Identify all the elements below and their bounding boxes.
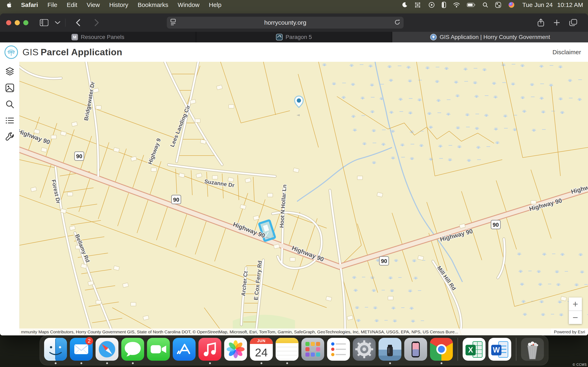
dock-item-iphone-mirroring[interactable] bbox=[404, 338, 427, 364]
finder-app-icon[interactable] bbox=[44, 338, 67, 361]
dock-item-music[interactable] bbox=[199, 338, 221, 364]
disclaimer-link[interactable]: Disclaimer bbox=[553, 49, 581, 56]
battery-icon[interactable] bbox=[463, 3, 479, 7]
dock-item-media-viewer[interactable] bbox=[379, 338, 401, 364]
dock-item-microsoft-word[interactable]: W bbox=[488, 338, 511, 364]
list-icon[interactable] bbox=[4, 114, 16, 127]
safari-app-icon[interactable] bbox=[95, 338, 118, 361]
menu-item-history[interactable]: History bbox=[104, 1, 133, 8]
dock-item-calendar[interactable]: JUN24 bbox=[250, 338, 273, 364]
menu-item-bookmarks[interactable]: Bookmarks bbox=[133, 1, 173, 8]
dock-item-facetime[interactable] bbox=[147, 338, 170, 364]
launchpad-app-icon[interactable] bbox=[301, 338, 324, 361]
sidebar-toggle-icon[interactable] bbox=[36, 19, 52, 26]
highway-shield: 90 bbox=[491, 220, 501, 229]
menu-item-help[interactable]: Help bbox=[204, 1, 226, 8]
address-bar[interactable]: horrycounty.org bbox=[167, 17, 404, 29]
dock-item-mail[interactable]: 2 bbox=[70, 338, 93, 364]
messages-app-icon[interactable] bbox=[121, 338, 144, 361]
close-button[interactable] bbox=[6, 20, 11, 25]
tab-gis-application-horry-county-g[interactable]: GIS Application | Horry County Governmen… bbox=[392, 32, 588, 42]
facetime-app-icon[interactable] bbox=[147, 338, 170, 361]
chevron-down-icon[interactable] bbox=[52, 21, 63, 24]
layers-icon[interactable] bbox=[4, 66, 16, 78]
google-chrome-app-icon[interactable] bbox=[430, 338, 453, 361]
microsoft-excel-app-icon[interactable]: X bbox=[463, 338, 485, 361]
running-indicator bbox=[260, 362, 262, 364]
display-mirroring-icon[interactable] bbox=[438, 2, 450, 8]
photos-app-icon[interactable] bbox=[224, 338, 247, 361]
media-viewer-app-icon[interactable] bbox=[379, 338, 401, 361]
forward-icon[interactable] bbox=[91, 19, 102, 26]
dock-item-safari[interactable] bbox=[95, 338, 118, 364]
menu-item-file[interactable]: File bbox=[43, 1, 62, 8]
share-icon[interactable] bbox=[533, 18, 549, 27]
apple-icon[interactable] bbox=[5, 2, 16, 8]
play-circle-icon[interactable] bbox=[425, 2, 438, 8]
control-center-icon[interactable] bbox=[492, 2, 505, 8]
iphone-mirroring-app-icon[interactable] bbox=[404, 338, 427, 361]
dock-item-google-chrome[interactable] bbox=[430, 338, 453, 364]
status-icons bbox=[398, 2, 518, 8]
microsoft-word-app-icon[interactable]: W bbox=[488, 338, 511, 361]
reload-icon[interactable] bbox=[394, 19, 400, 26]
dock-item-app-store[interactable] bbox=[173, 338, 196, 364]
tab-paragon-5[interactable]: Paragon 5 bbox=[196, 32, 392, 42]
reminders-app-icon[interactable] bbox=[327, 338, 350, 361]
tab-overview-icon[interactable] bbox=[565, 19, 582, 26]
url-text[interactable]: horrycounty.org bbox=[176, 19, 394, 26]
safari-toolbar: horrycounty.org bbox=[0, 13, 588, 32]
wallpaper-credit: © CCMS bbox=[573, 363, 587, 367]
dock-item-finder[interactable] bbox=[44, 338, 67, 364]
menu-bar: SafariFileEditViewHistoryBookmarksWindow… bbox=[0, 0, 588, 10]
menu-bar-status: Tue Jun 24 10:12 AM bbox=[398, 1, 583, 8]
window-controls bbox=[6, 20, 28, 25]
zoom-out-button[interactable]: − bbox=[569, 311, 582, 324]
system-settings-app-icon[interactable] bbox=[353, 338, 376, 361]
image-icon[interactable] bbox=[4, 82, 16, 94]
wrench-icon[interactable] bbox=[4, 131, 16, 143]
menu-item-window[interactable]: Window bbox=[173, 1, 204, 8]
map-zoom-control: + − bbox=[569, 298, 582, 324]
search-icon[interactable] bbox=[4, 98, 16, 110]
fullscreen-button[interactable] bbox=[23, 20, 28, 25]
dock-item-system-settings[interactable] bbox=[353, 338, 376, 364]
music-app-icon[interactable] bbox=[199, 338, 221, 361]
toolbar-divider bbox=[65, 18, 66, 27]
mail-app-icon[interactable]: 2 bbox=[70, 338, 93, 361]
zoom-in-button[interactable]: + bbox=[569, 298, 582, 310]
menu-bar-clock[interactable]: Tue Jun 24 10:12 AM bbox=[518, 1, 583, 8]
gis-app-header: GISParcel Application Disclaimer bbox=[0, 42, 588, 62]
dock-item-trash[interactable] bbox=[521, 338, 544, 364]
running-indicator bbox=[132, 362, 134, 364]
app-store-app-icon[interactable] bbox=[173, 338, 196, 361]
dock-item-reminders[interactable] bbox=[327, 338, 350, 364]
parcel-map[interactable]: Highway 90Highway 90Highway 90Highway 90… bbox=[0, 62, 588, 335]
back-icon[interactable] bbox=[72, 19, 84, 26]
calendar-app-icon[interactable]: JUN24 bbox=[250, 338, 273, 361]
dock-item-photos[interactable] bbox=[224, 338, 247, 364]
wifi-icon[interactable] bbox=[450, 2, 463, 8]
dock-item-notes[interactable] bbox=[276, 338, 298, 364]
running-indicator bbox=[80, 362, 82, 364]
dock-item-messages[interactable] bbox=[121, 338, 144, 364]
spotlight-search-icon[interactable] bbox=[479, 2, 492, 8]
menu-item-edit[interactable]: Edit bbox=[62, 1, 82, 8]
keyboard-brightness-icon[interactable] bbox=[411, 2, 425, 8]
clock-date: Tue Jun 24 bbox=[522, 1, 553, 8]
siri-icon[interactable] bbox=[505, 2, 518, 8]
dock-item-launchpad[interactable] bbox=[301, 338, 324, 364]
dock-item-microsoft-excel[interactable]: X bbox=[463, 338, 485, 364]
clock-time: 10:12 AM bbox=[557, 1, 583, 8]
map-tools-sidebar bbox=[0, 62, 19, 335]
page-format-icon[interactable] bbox=[170, 19, 176, 26]
map-container[interactable]: Highway 90Highway 90Highway 90Highway 90… bbox=[0, 62, 588, 335]
trash-app-icon[interactable] bbox=[521, 338, 544, 361]
menu-app-name[interactable]: Safari bbox=[16, 1, 43, 8]
minimize-button[interactable] bbox=[15, 20, 20, 25]
new-tab-icon[interactable] bbox=[549, 19, 565, 26]
notes-app-icon[interactable] bbox=[276, 338, 298, 361]
tab-resource-panels[interactable]: MResource Panels bbox=[0, 32, 196, 42]
do-not-disturb-moon-icon[interactable] bbox=[398, 2, 411, 8]
menu-item-view[interactable]: View bbox=[82, 1, 104, 8]
